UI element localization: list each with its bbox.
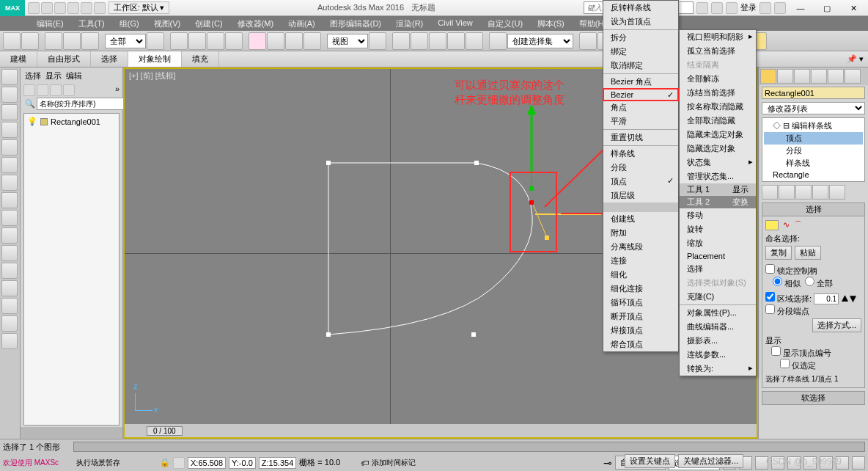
ctx-item[interactable]: 创建线 bbox=[603, 212, 678, 226]
modifier-list-dropdown[interactable]: 修改器列表 bbox=[762, 102, 865, 114]
lt-10[interactable] bbox=[1, 227, 18, 244]
vertex-handle[interactable] bbox=[474, 161, 479, 165]
ctx-item[interactable]: 状态集 bbox=[680, 156, 756, 169]
spinner-snap-button[interactable] bbox=[466, 32, 483, 50]
maxscript-mini[interactable] bbox=[21, 427, 122, 439]
tab-selection[interactable]: 选择 bbox=[91, 51, 128, 67]
ctx-item[interactable]: 全部解冻 bbox=[680, 72, 756, 86]
scope-dropdown[interactable]: 全部 bbox=[105, 34, 146, 48]
rollout-selection-header[interactable]: 选择 bbox=[762, 202, 865, 216]
lt-11[interactable] bbox=[1, 245, 18, 261]
ctx-item[interactable]: Placement bbox=[680, 250, 756, 262]
ctx-item[interactable]: 拆分 bbox=[603, 31, 678, 45]
percent-snap-button[interactable] bbox=[447, 32, 465, 50]
time-tag-icon[interactable]: 🏷 bbox=[361, 459, 369, 467]
ctx-item[interactable]: 细化连接 bbox=[603, 282, 678, 296]
bulb-icon[interactable]: 💡 bbox=[27, 117, 37, 126]
named-sel-dropdown[interactable]: 创建选择集 bbox=[507, 34, 573, 48]
cmd-tab-create[interactable] bbox=[760, 69, 776, 84]
mirror-button[interactable] bbox=[579, 32, 597, 50]
ctx-item[interactable]: 取消绑定 bbox=[603, 59, 678, 73]
menu-script[interactable]: 脚本(S) bbox=[530, 16, 572, 31]
lt-4[interactable] bbox=[1, 122, 18, 138]
snap-button[interactable] bbox=[411, 32, 428, 50]
vertex-handle[interactable] bbox=[326, 161, 331, 165]
stack-remove-button[interactable] bbox=[812, 185, 828, 200]
ctx-item[interactable]: 设为首顶点 bbox=[603, 15, 678, 29]
ctx-item[interactable]: 角点 bbox=[603, 101, 678, 114]
ribbon-pin-icon[interactable]: 📌 ▾ bbox=[842, 54, 868, 64]
show-vert-num-checkbox[interactable] bbox=[771, 346, 781, 356]
menu-group[interactable]: 组(G) bbox=[112, 16, 147, 31]
stack-show-button[interactable] bbox=[779, 185, 795, 200]
ctx-item[interactable]: 对象属性(P)... bbox=[680, 306, 756, 320]
outliner-search-input[interactable] bbox=[37, 98, 136, 110]
user-icon[interactable] bbox=[726, 2, 738, 14]
coord-y[interactable]: Y:-0.0 bbox=[229, 457, 256, 469]
coord-mode-icon[interactable] bbox=[173, 457, 185, 469]
ctx-item[interactable]: 曲线编辑器... bbox=[680, 320, 756, 334]
move-button[interactable] bbox=[249, 32, 266, 50]
minimize-button[interactable]: — bbox=[789, 1, 812, 15]
outliner-ico4[interactable] bbox=[63, 84, 75, 96]
ctx-item[interactable]: 隐藏未选定对象 bbox=[680, 128, 756, 142]
ctx-item[interactable]: 绑定 bbox=[603, 45, 678, 59]
rollout-softsel-header[interactable]: 软选择 bbox=[762, 391, 865, 405]
lt-5[interactable] bbox=[1, 139, 18, 156]
lock-handles-checkbox[interactable] bbox=[765, 264, 775, 274]
rotate-button[interactable] bbox=[267, 32, 284, 50]
ctx-item[interactable]: 全部取消隐藏 bbox=[680, 114, 756, 128]
ctx-item[interactable]: 分离线段 bbox=[603, 240, 678, 254]
add-time-tag[interactable]: 添加时间标记 bbox=[372, 458, 416, 468]
undo-button[interactable] bbox=[3, 32, 21, 50]
lt-9[interactable] bbox=[1, 210, 18, 226]
ctx-item[interactable]: 细化 bbox=[603, 268, 678, 282]
outliner-tree[interactable]: 💡 Rectangle001 bbox=[23, 113, 119, 426]
ctx-item[interactable]: 隐藏选定对象 bbox=[680, 142, 756, 156]
outliner-tab-edit[interactable]: 编辑 bbox=[66, 70, 82, 81]
menu-tools[interactable]: 工具(T) bbox=[71, 16, 112, 31]
frame-indicator[interactable]: 0 / 100 bbox=[147, 426, 183, 436]
coord-x[interactable]: X:65.508 bbox=[188, 457, 226, 469]
menu-animation[interactable]: 动画(A) bbox=[281, 16, 323, 31]
stack-pin-button[interactable] bbox=[762, 185, 778, 200]
star-icon[interactable] bbox=[711, 2, 723, 14]
coord-dropdown[interactable]: 视图 bbox=[327, 34, 368, 48]
ctx-item[interactable]: 平滑 bbox=[603, 114, 678, 128]
menu-modifiers[interactable]: 修改器(M) bbox=[230, 16, 282, 31]
viewport-label[interactable]: [+] [前] [线框] bbox=[129, 70, 176, 81]
ctx-item[interactable]: 摄影表... bbox=[680, 334, 756, 348]
menu-view[interactable]: 视图(V) bbox=[147, 16, 188, 31]
key-icon[interactable]: ⊸ bbox=[603, 457, 612, 469]
area-value-input[interactable] bbox=[814, 293, 839, 304]
stack-base[interactable]: Rectangle bbox=[764, 169, 863, 180]
keyfilter-button[interactable]: 关键点过滤器... bbox=[678, 454, 743, 468]
manip-button[interactable] bbox=[392, 32, 410, 50]
open-icon[interactable] bbox=[41, 2, 53, 14]
lt-12[interactable] bbox=[1, 263, 18, 279]
sel-spline-icon[interactable]: ⌒ bbox=[794, 219, 802, 230]
object-name-input[interactable] bbox=[762, 87, 865, 99]
lt-16[interactable] bbox=[1, 333, 18, 349]
ctx-item[interactable]: 顶点 bbox=[603, 175, 678, 189]
coord-z[interactable]: Z:15.354 bbox=[259, 457, 296, 469]
ctx-item[interactable]: 熔合顶点 bbox=[603, 337, 678, 351]
only-selected-checkbox[interactable] bbox=[780, 359, 790, 368]
lt-14[interactable] bbox=[1, 298, 18, 314]
ctx-item[interactable]: 按名称取消隐藏 bbox=[680, 100, 756, 114]
ctx-item[interactable]: 附加 bbox=[603, 226, 678, 240]
ctx-item[interactable]: 视口照明和阴影 bbox=[680, 30, 756, 44]
outliner-ico1[interactable] bbox=[23, 84, 35, 96]
stack-segment[interactable]: 分段 bbox=[764, 145, 863, 157]
setkey-button[interactable]: 设置关键点 bbox=[625, 454, 675, 468]
outliner-item[interactable]: 💡 Rectangle001 bbox=[27, 117, 116, 126]
cmd-tab-hierarchy[interactable] bbox=[794, 69, 810, 84]
menu-edit[interactable]: 编辑(E) bbox=[29, 16, 71, 31]
cmd-tab-motion[interactable] bbox=[811, 69, 827, 84]
ctx-item[interactable]: 分段 bbox=[603, 161, 678, 175]
select-by-button[interactable]: 选择方式... bbox=[812, 318, 861, 332]
tab-modeling[interactable]: 建模 bbox=[0, 51, 37, 67]
menu-create[interactable]: 创建(C) bbox=[188, 16, 229, 31]
ctx-item[interactable]: 克隆(C) bbox=[680, 290, 756, 304]
lt-7[interactable] bbox=[1, 175, 18, 191]
